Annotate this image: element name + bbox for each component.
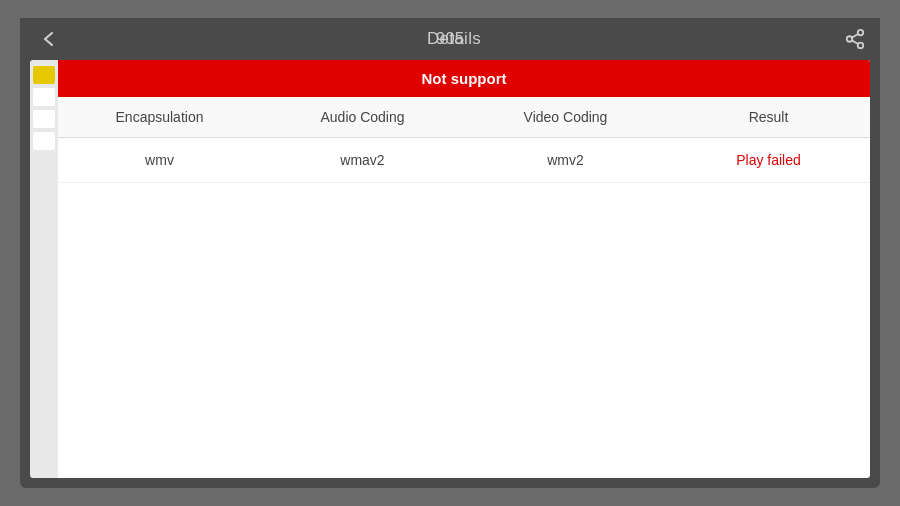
content-area: Not support Encapsulation Audio Coding V…: [30, 60, 870, 478]
svg-line-4: [852, 34, 858, 38]
svg-point-2: [858, 43, 864, 48]
svg-line-3: [852, 40, 858, 44]
sidebar-item-active[interactable]: [33, 66, 55, 84]
screen: Details 905 Not support Enc: [20, 18, 880, 488]
cell-video-coding: wmv2: [464, 138, 667, 182]
cell-result: Play failed: [667, 138, 870, 182]
col-header-result: Result: [667, 97, 870, 137]
back-button[interactable]: [34, 29, 64, 49]
sidebar: [30, 60, 58, 478]
share-button[interactable]: [844, 28, 866, 50]
table-body: wmv wmav2 wmv2 Play failed: [58, 138, 870, 478]
svg-point-1: [847, 36, 853, 42]
sidebar-item-3[interactable]: [33, 132, 55, 150]
col-header-video-coding: Video Coding: [464, 97, 667, 137]
top-bar: Details 905: [20, 18, 880, 60]
sidebar-item-1[interactable]: [33, 88, 55, 106]
main-panel: Not support Encapsulation Audio Coding V…: [58, 60, 870, 478]
cell-audio-coding: wmav2: [261, 138, 464, 182]
page-number: 905: [436, 29, 464, 49]
col-header-audio-coding: Audio Coding: [261, 97, 464, 137]
sidebar-item-2[interactable]: [33, 110, 55, 128]
cell-encapsulation: wmv: [58, 138, 261, 182]
not-support-banner: Not support: [58, 60, 870, 97]
col-header-encapsulation: Encapsulation: [58, 97, 261, 137]
table-header: Encapsulation Audio Coding Video Coding …: [58, 97, 870, 138]
svg-point-0: [858, 30, 864, 35]
table-row: wmv wmav2 wmv2 Play failed: [58, 138, 870, 183]
